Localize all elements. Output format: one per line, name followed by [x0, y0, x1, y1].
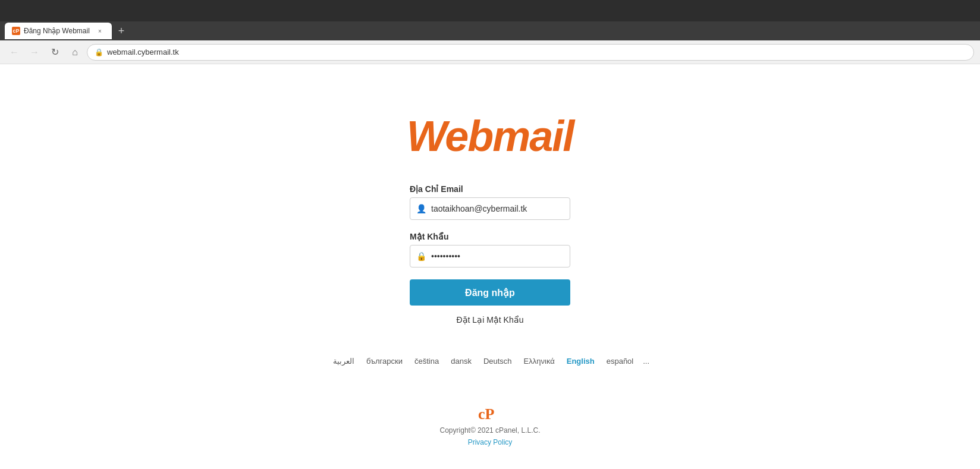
url-text: webmail.cybermail.tk — [107, 48, 179, 56]
address-bar[interactable]: 🔒 webmail.cybermail.tk — [87, 44, 974, 61]
privacy-policy-link[interactable]: Privacy Policy — [468, 438, 513, 446]
forward-button[interactable]: → — [26, 44, 43, 61]
lock-icon: 🔒 — [416, 251, 426, 261]
tab-bar: cP Đăng Nhập Webmail × + — [0, 21, 980, 40]
tab-close-button[interactable]: × — [95, 26, 105, 36]
lang-more-button[interactable]: ... — [640, 354, 652, 368]
refresh-button[interactable]: ↻ — [46, 44, 63, 61]
home-button[interactable]: ⌂ — [67, 44, 83, 61]
lang-english[interactable]: English — [562, 354, 599, 368]
email-input[interactable] — [431, 204, 564, 213]
browser-window — [0, 0, 980, 21]
lang-danish[interactable]: dansk — [446, 354, 476, 368]
password-label: Mật Khẩu — [410, 232, 570, 241]
lang-spanish[interactable]: español — [602, 354, 639, 368]
tab-title: Đăng Nhập Webmail — [24, 27, 90, 35]
copyright-text: Copyright© 2021 cPanel, L.L.C. — [440, 426, 541, 435]
svg-text:cP: cP — [478, 405, 495, 423]
navigation-bar: ← → ↻ ⌂ 🔒 webmail.cybermail.tk — [0, 40, 980, 64]
back-button[interactable]: ← — [6, 44, 23, 61]
email-label: Địa Chỉ Email — [410, 184, 570, 194]
reset-password-link[interactable]: Đặt Lại Mật Khẩu — [410, 315, 570, 325]
login-button[interactable]: Đăng nhập — [410, 279, 570, 306]
active-tab[interactable]: cP Đăng Nhập Webmail × — [5, 23, 112, 39]
page-content: Webmail Địa Chỉ Email 👤 Mật Khẩu 🔒 Đăng … — [0, 64, 980, 469]
email-input-wrapper: 👤 — [410, 197, 570, 220]
user-icon: 👤 — [416, 204, 426, 213]
lang-german[interactable]: Deutsch — [479, 354, 517, 368]
login-form: Địa Chỉ Email 👤 Mật Khẩu 🔒 Đăng nhập Đặt… — [410, 184, 570, 325]
cpanel-logo: cP — [478, 404, 502, 423]
password-input-wrapper: 🔒 — [410, 245, 570, 267]
lock-icon: 🔒 — [95, 48, 103, 56]
new-tab-button[interactable]: + — [114, 24, 128, 38]
lang-czech[interactable]: čeština — [410, 354, 444, 368]
email-group: Địa Chỉ Email 👤 — [410, 184, 570, 220]
footer: cP Copyright© 2021 cPanel, L.L.C. Privac… — [440, 404, 541, 446]
lang-arabic[interactable]: العربية — [328, 354, 359, 368]
password-input[interactable] — [431, 251, 564, 261]
password-group: Mật Khẩu 🔒 — [410, 232, 570, 267]
webmail-logo: Webmail — [407, 112, 574, 160]
lang-greek[interactable]: Ελληνικά — [519, 354, 560, 368]
tab-favicon: cP — [12, 27, 20, 35]
language-bar: العربية български čeština dansk Deutsch … — [304, 354, 676, 368]
lang-bulgarian[interactable]: български — [362, 354, 407, 368]
